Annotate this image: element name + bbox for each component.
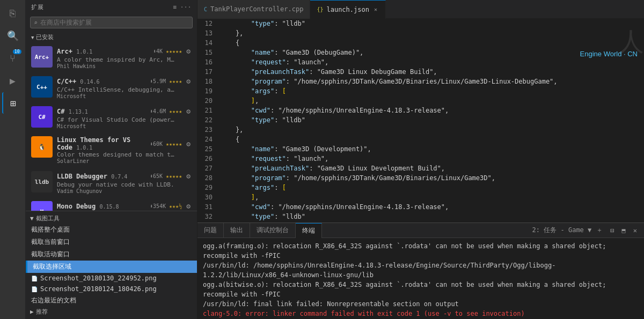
ext-stars-1: ★★★★ [169,78,182,84]
filter-icon[interactable]: ≡ [173,4,177,11]
ext-gear-0[interactable]: ⚙ [185,46,192,56]
terminal-tab-terminal[interactable]: 终端 [296,223,322,238]
line-numbers: 1213141516171819202122232425262728293031… [197,19,217,222]
ext-gear-3[interactable]: ⚙ [185,139,192,149]
extension-item-2[interactable]: C# C# 1.13.1 ⬇4.6M ★★★★ ⚙ C# for Visual … [26,103,197,133]
terminal-line-3: /usr/bin/ld: final link failed: Nonrepre… [203,299,639,309]
tab-cpp-icon: C [204,6,207,12]
terminal-maximize-button[interactable]: ⬒ [619,226,628,235]
capture-current-window[interactable]: 截取当前窗口 [26,236,197,248]
terminal-task-label: 2: 任务 - Game ▼ [532,226,592,235]
code-line-29: "args": [ [220,183,644,192]
ext-info-3: Linux Themes for VS Code 1.0.1 ⬇60K ★★★★… [57,136,192,164]
bottom-section[interactable]: ▼ 截图工具 [26,213,197,224]
screenshot-file-2[interactable]: 📄 Screenshot_20180124_180426.png [26,284,197,294]
code-line-17: "preLaunchTask": "Game3D Linux DebugGame… [220,67,644,77]
ext-name-version-1: C/C++ 0.14.6 [57,78,99,85]
terminal-split-button[interactable]: ⊟ [608,226,617,235]
capture-active-window[interactable]: 截取活动窗口 [26,248,197,261]
line-num-15: 15 [202,48,213,57]
activity-bar: ⎘🔍⑂10▶⊞ [0,0,26,319]
capture-full-screen[interactable]: 截搭整个桌面 [26,224,197,236]
bottom-arrow: ▼ [30,215,34,222]
ext-meta-3: ⬇60K ★★★★★ ⚙ [150,139,192,149]
right-panel: 人 Engine World · CN C TankPlayerControll… [197,0,644,319]
extension-item-3[interactable]: 🐧 Linux Themes for VS Code 1.0.1 ⬇60K ★★… [26,133,197,168]
sidebar-title: 扩展 [31,3,43,11]
code-line-31: "cwd": "/home/spphins/UnrealEngine-4.18.… [220,202,644,212]
ext-version-0: 1.0.1 [76,49,92,55]
ext-name-version-2: C# 1.13.1 [57,108,88,115]
tab-json-label: launch.json [326,6,369,13]
line-num-26: 26 [202,154,213,164]
ext-author-0: Phil Hawkins [57,63,192,69]
ext-version-1: 0.14.6 [80,79,99,85]
code-line-27: "preLaunchTask": "Game3D Linux Developme… [220,164,644,173]
section-arrow: ▼ [31,35,34,40]
code-line-32: "type": "lldb" [220,212,644,221]
ext-gear-5[interactable]: ⚙ [185,201,192,211]
tab-close-button[interactable]: ✕ [372,6,379,13]
search-box[interactable]: ⌕ [30,17,193,28]
ext-downloads-5: ⬇354K [150,203,166,209]
terminal-tab-debug[interactable]: 调试控制台 [250,223,296,238]
ext-gear-4[interactable]: ⚙ [185,171,192,181]
ext-meta-1: ⬇5.9M ★★★★ ⚙ [150,76,192,86]
ext-author-4: Vadim Chugunov [57,188,192,194]
line-num-32: 32 [202,212,213,221]
ext-downloads-0: ⬇4K [153,48,163,54]
files-icon[interactable]: ⎘ [2,2,24,24]
ext-gear-2[interactable]: ⚙ [185,106,192,116]
recent-docs[interactable]: 右边最近的文档 [26,294,197,307]
terminal-tab-problems[interactable]: 问题 [197,223,224,238]
ext-stars-4: ★★★★★ [166,173,182,179]
extension-item-0[interactable]: Arc+ Arc+ 1.0.1 ⬇4K ★★★★★ ⚙ A color them… [26,43,197,73]
tab-bar: C TankPlayerController.cpp {} launch.jso… [197,0,644,19]
line-num-30: 30 [202,192,213,202]
line-num-19: 19 [202,86,213,96]
code-line-24: { [220,135,644,144]
line-num-29: 29 [202,183,213,192]
terminal-close-button[interactable]: ✕ [631,226,640,235]
extension-item-5[interactable]: M Mono Debug 0.15.8 ⬇354K ★★★½ ⚙ Visual … [26,198,197,211]
terminal-tabs: 问题 输出 调试控制台 终端 2: 任务 - Game ▼ ＋ ⊟ ⬒ ✕ [197,223,644,238]
search-input[interactable] [40,19,189,26]
capture-selection[interactable]: 截取选择区域 [26,261,197,273]
line-num-27: 27 [202,164,213,173]
ext-gear-1[interactable]: ⚙ [185,76,192,86]
ext-desc-0: A color theme inspired by Arc, Material,… [57,56,175,63]
line-num-23: 23 [202,125,213,135]
tab-launch-json[interactable]: {} launch.json ✕ [310,0,386,19]
capture-current-window-label: 截取当前窗口 [31,238,70,247]
more-icon[interactable]: ··· [180,4,192,11]
source-control-icon[interactable]: ⑂10 [2,47,24,69]
line-num-24: 24 [202,135,213,144]
ext-icon-2: C# [31,106,53,128]
ext-downloads-3: ⬇60K [150,141,163,147]
terminal-add-button[interactable]: ＋ [594,225,605,236]
ext-downloads-2: ⬇4.6M [150,108,166,114]
sidebar-bottom: ▼ 截图工具 截搭整个桌面 截取当前窗口 截取活动窗口 截取选择区域 📄 Scr… [26,211,197,319]
line-num-16: 16 [202,57,213,67]
extension-item-4[interactable]: lldb LLDB Debugger 0.7.4 ⬇65K ★★★★★ ⚙ De… [26,168,197,198]
tab-tankplayercontroller[interactable]: C TankPlayerController.cpp [197,0,310,19]
ext-name-version-5: Mono Debug 0.15.8 [57,203,119,210]
tab-json-icon: {} [317,6,323,12]
extension-item-1[interactable]: C++ C/C++ 0.14.6 ⬇5.9M ★★★★ ⚙ C/C++ Inte… [26,73,197,103]
recommend-section[interactable]: ▶ 推荐 [26,307,197,317]
line-num-31: 31 [202,202,213,212]
debug-icon[interactable]: ▶ [2,70,24,91]
ext-name-2: C# [57,108,64,115]
extensions-icon[interactable]: ⊞ [2,92,24,114]
code-content: "type": "lldb" }, { "name": "Game3D (Deb… [217,19,644,222]
ext-version-4: 0.7.4 [111,174,127,180]
ext-desc-4: Debug your native code with LLDB. [57,181,175,188]
search-icon[interactable]: 🔍 [2,25,24,46]
screenshot-file-1[interactable]: 📄 Screenshot_20180130_224952.png [26,273,197,284]
code-line-19: "args": [ [220,86,644,96]
code-line-22: "type": "lldb" [220,115,644,125]
ext-downloads-1: ⬇5.9M [150,78,166,84]
ext-desc-1: C/C++ IntelliSense, debugging, and code … [57,86,175,93]
line-num-25: 25 [202,144,213,154]
terminal-tab-output[interactable]: 输出 [224,223,250,238]
